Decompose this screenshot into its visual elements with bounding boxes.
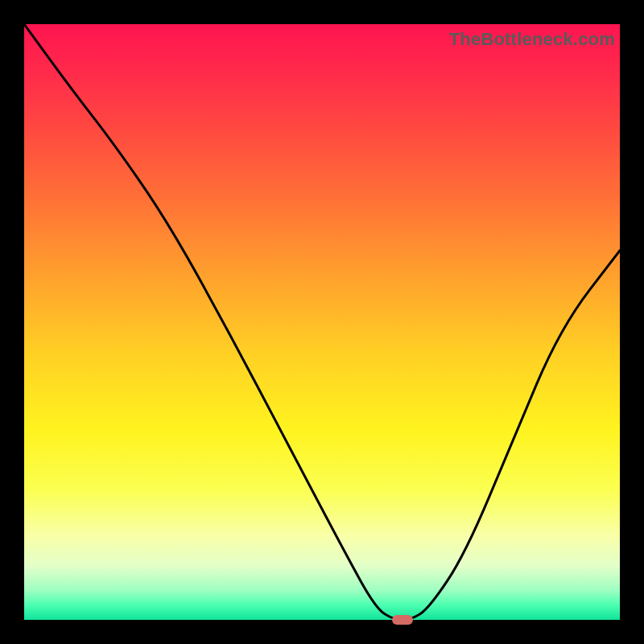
optimal-marker (392, 615, 413, 625)
plot-area: TheBottleneck.com (24, 24, 620, 620)
watermark-text: TheBottleneck.com (449, 29, 615, 50)
chart-svg (24, 24, 620, 620)
chart-frame: TheBottleneck.com (0, 0, 644, 644)
gradient-rect (24, 24, 620, 620)
